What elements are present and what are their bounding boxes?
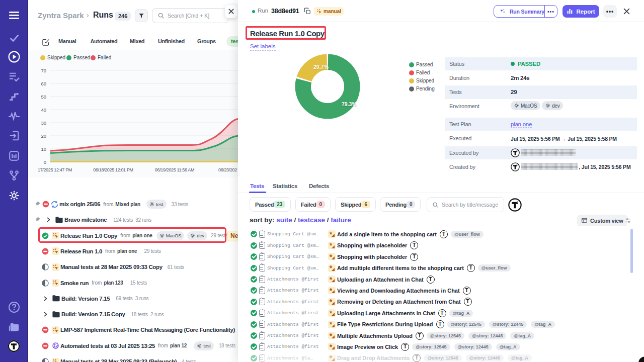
svg-text:10: 10 <box>41 146 46 152</box>
svg-text:50: 50 <box>41 94 46 100</box>
svg-text:79.3%: 79.3% <box>342 101 357 107</box>
svg-text:60: 60 <box>41 81 46 86</box>
svg-text:06/23/202: 06/23/202 <box>218 167 237 172</box>
svg-text:70: 70 <box>41 68 46 73</box>
svg-text:20: 20 <box>41 133 46 139</box>
svg-text:17/2025 12:47 PM: 17/2025 12:47 PM <box>38 167 72 172</box>
svg-text:40: 40 <box>41 107 46 113</box>
svg-text:30: 30 <box>41 120 46 126</box>
svg-text:06/18/2025 12:01 PM: 06/18/2025 12:01 PM <box>93 167 133 172</box>
svg-text:20.7%: 20.7% <box>313 64 329 70</box>
svg-text:06/19/2025 11:56 AM: 06/19/2025 11:56 AM <box>155 167 194 172</box>
svg-text:0: 0 <box>44 159 46 165</box>
